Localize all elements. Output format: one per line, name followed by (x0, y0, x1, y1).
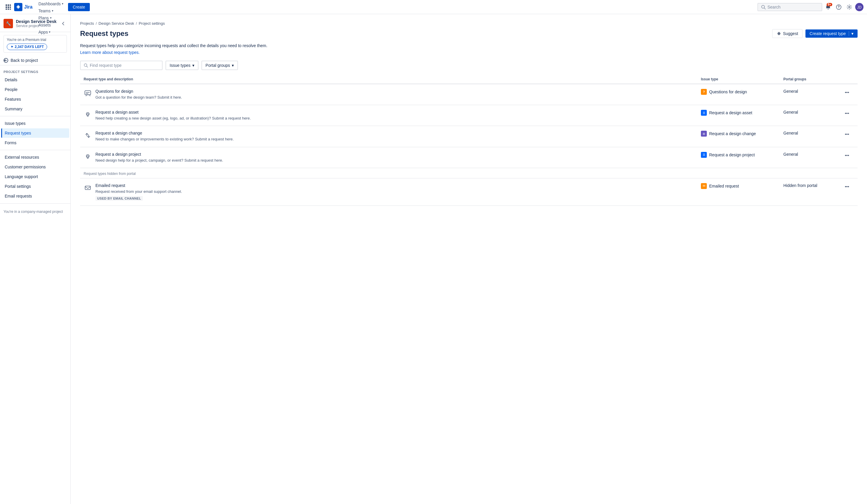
app-layout: 🔧 Design Service Desk Service project Yo… (0, 14, 867, 504)
sidebar-section-title: Project settings (0, 68, 71, 75)
hidden-table-row: Emailed request Request received from yo… (80, 179, 858, 206)
used-by-badge-0: USED BY EMAIL CHANNEL (95, 196, 143, 201)
req-type-info-1: Request a design asset Need help creatin… (84, 110, 701, 121)
back-to-project-button[interactable]: Back to project (0, 56, 71, 65)
issue-types-filter[interactable]: Issue types ▾ (165, 61, 199, 70)
help-icon (836, 4, 842, 10)
back-icon (3, 58, 8, 63)
breadcrumb-design-service-desk[interactable]: Design Service Desk (99, 21, 134, 25)
req-type-desc-2: Need to make changes or improvements to … (95, 137, 234, 142)
svg-point-15 (778, 33, 780, 34)
table-row: Questions for design Got a question for … (80, 84, 858, 105)
nav-item-dashboards[interactable]: Dashboards ▾ (36, 0, 66, 7)
svg-rect-0 (6, 4, 7, 6)
hidden-issue-type-label-0: Emailed request (709, 184, 739, 189)
learn-more-link[interactable]: Learn more about request types. (80, 50, 140, 55)
req-type-name-1[interactable]: Request a design asset (95, 110, 251, 115)
req-type-icon-2 (84, 131, 92, 140)
lightning-icon (10, 45, 13, 49)
more-button-0[interactable]: ••• (842, 89, 852, 96)
sidebar: 🔧 Design Service Desk Service project Yo… (0, 14, 71, 504)
avatar[interactable] (855, 3, 864, 11)
req-type-name-2[interactable]: Request a design change (95, 131, 234, 136)
req-type-name-0[interactable]: Questions for design (95, 89, 182, 94)
sidebar-item-summary[interactable]: Summary (1, 104, 69, 114)
req-type-name-3[interactable]: Request a design project (95, 152, 223, 157)
req-type-icon-1 (84, 110, 92, 119)
hidden-more-button-0[interactable]: ••• (842, 183, 852, 190)
issue-type-label-3: Request a design project (709, 152, 755, 157)
issue-types-label: Issue types (170, 63, 191, 68)
breadcrumb-project-settings: Project settings (139, 21, 165, 25)
jira-logo[interactable]: Jira (14, 3, 32, 11)
svg-point-12 (838, 8, 839, 9)
svg-rect-23 (85, 186, 90, 190)
hidden-issue-type-cell-0: ✉ Emailed request (701, 183, 783, 189)
hidden-req-type-name-0[interactable]: Emailed request (95, 183, 182, 188)
issue-types-caret: ▾ (192, 63, 194, 68)
portal-cell-1: General (783, 110, 842, 115)
grid-icon[interactable] (3, 2, 13, 12)
sidebar-item-features[interactable]: Features (1, 95, 69, 104)
issue-type-cell-3: ☰ Request a design project (701, 152, 783, 158)
find-request-type-input[interactable] (90, 63, 159, 68)
svg-line-17 (87, 66, 88, 67)
breadcrumb-sep2: / (136, 21, 137, 25)
page-header: Request types Suggest Create request typ… (80, 29, 858, 38)
portal-groups-filter[interactable]: Portal groups ▾ (201, 61, 238, 70)
breadcrumb: Projects / Design Service Desk / Project… (80, 21, 858, 25)
issue-type-label-2: Request a design change (709, 131, 756, 136)
search-input[interactable] (768, 5, 812, 9)
portal-groups-label: Portal groups (205, 63, 230, 68)
settings-button[interactable] (845, 2, 854, 12)
sidebar-item-portal-settings[interactable]: Portal settings (1, 182, 69, 191)
notifications-button[interactable]: 9+ (823, 2, 833, 12)
find-request-type-search[interactable] (80, 61, 162, 70)
more-button-2[interactable]: ••• (842, 131, 852, 138)
req-type-icon-0 (84, 89, 92, 98)
more-button-1[interactable]: ••• (842, 110, 852, 117)
sidebar-item-language-support[interactable]: Language support (1, 172, 69, 181)
suggest-button[interactable]: Suggest (772, 29, 803, 38)
sidebar-item-customer-permissions[interactable]: Customer permissions (1, 162, 69, 172)
more-button-3[interactable]: ••• (842, 152, 852, 159)
notification-badge: 9+ (827, 3, 832, 6)
sidebar-item-details[interactable]: Details (1, 75, 69, 85)
sidebar-item-email-requests[interactable]: Email requests (1, 191, 69, 201)
main-content: Projects / Design Service Desk / Project… (71, 14, 867, 504)
svg-rect-6 (6, 9, 7, 10)
request-types-table: Request type and description Issue type … (80, 75, 858, 206)
svg-point-22 (86, 154, 89, 158)
svg-point-13 (849, 6, 850, 8)
hidden-portal-cell-0: Hidden from portal (783, 183, 842, 188)
settings-icon (847, 4, 852, 10)
col-header-issue: Issue type (701, 77, 783, 81)
nav-item-plans[interactable]: Plans ▾ (36, 14, 66, 21)
portal-cell-2: General (783, 131, 842, 136)
trial-days-button[interactable]: 2,347 DAYS LEFT (7, 44, 47, 50)
create-request-type-button[interactable]: Create request type ▾ (805, 30, 858, 38)
help-button[interactable] (834, 2, 844, 12)
svg-point-21 (86, 112, 89, 115)
sidebar-footer: You're in a company-managed project (0, 206, 71, 217)
hidden-section-label: Request types hidden from portal (80, 168, 858, 179)
nav-item-apps[interactable]: Apps ▾ (36, 29, 66, 36)
req-type-info-0: Questions for design Got a question for … (84, 89, 701, 100)
create-button[interactable]: Create (68, 3, 90, 11)
svg-rect-8 (10, 9, 11, 10)
header-actions: Suggest Create request type ▾ (772, 29, 858, 38)
svg-rect-7 (8, 9, 9, 10)
sidebar-item-forms[interactable]: Forms (1, 138, 69, 148)
portal-groups-caret: ▾ (232, 63, 234, 68)
search-box[interactable] (758, 3, 822, 11)
nav-item-teams[interactable]: Teams ▾ (36, 7, 66, 14)
breadcrumb-projects[interactable]: Projects (80, 21, 94, 25)
col-header-portal: Portal groups (783, 77, 842, 81)
sidebar-item-external-resources[interactable]: External resources (1, 152, 69, 162)
sidebar-item-people[interactable]: People (1, 85, 69, 94)
suggest-label: Suggest (783, 31, 798, 36)
sidebar-item-issue-types[interactable]: Issue types (1, 119, 69, 128)
sidebar-divider-1 (0, 116, 71, 116)
nav-item-assets[interactable]: Assets (36, 21, 66, 29)
sidebar-item-request-types[interactable]: Request types (1, 128, 69, 138)
